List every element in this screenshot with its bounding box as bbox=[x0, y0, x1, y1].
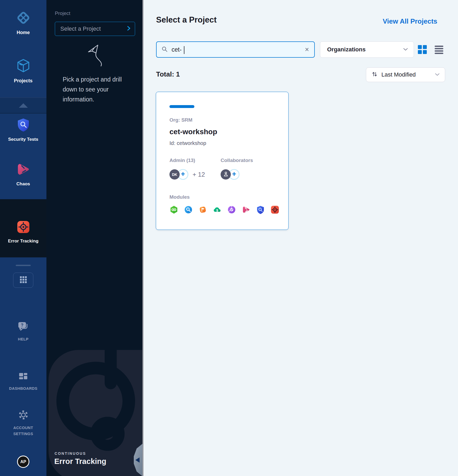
error-tracking-target-icon bbox=[270, 205, 279, 214]
sidebar-item-account-settings[interactable]: ACCOUNT SETTINGS bbox=[0, 409, 46, 437]
project-panel-hint: Pick a project and drill down to see you… bbox=[63, 74, 128, 104]
sort-arrows-icon bbox=[371, 71, 378, 78]
svg-text:$: $ bbox=[216, 208, 218, 212]
sidebar-item-label: Chaos bbox=[17, 181, 30, 187]
search-input[interactable] bbox=[172, 46, 304, 53]
user-avatar[interactable]: AP bbox=[17, 456, 29, 468]
sort-value: Last Modified bbox=[381, 71, 435, 78]
sidebar-scroll-up-button[interactable] bbox=[0, 98, 46, 113]
project-selector-dropdown[interactable]: Select a Project bbox=[55, 22, 135, 36]
cloud-cost-dollar-icon: $ bbox=[213, 205, 222, 214]
feature-flags-flag-icon bbox=[198, 205, 207, 214]
grid-view-icon bbox=[418, 45, 422, 49]
sidebar-item-chaos[interactable]: Chaos bbox=[0, 162, 46, 187]
grid-view-toggle[interactable] bbox=[418, 45, 428, 55]
hand-drawn-plane-arrow-icon bbox=[85, 42, 106, 68]
organizations-filter-value: Organizations bbox=[327, 46, 366, 53]
grid-9-dots-icon bbox=[19, 276, 27, 285]
sidebar-item-label: DASHBOARDS bbox=[8, 386, 39, 392]
close-icon[interactable]: × bbox=[304, 46, 310, 53]
svg-text:?: ? bbox=[21, 323, 23, 327]
chevron-right-icon bbox=[127, 26, 131, 32]
governance-purple-check-icon bbox=[227, 205, 236, 214]
module-chips-row: $ bbox=[169, 205, 279, 214]
organizations-filter-dropdown[interactable]: Organizations bbox=[320, 41, 414, 58]
help-chat-bubble-icon: ? bbox=[17, 321, 30, 333]
sidebar-divider bbox=[16, 265, 31, 266]
modules-label: Modules bbox=[169, 194, 190, 200]
project-panel-label: Project bbox=[55, 10, 70, 16]
shield-magnifier-icon bbox=[16, 117, 30, 133]
collapse-panel-button[interactable] bbox=[132, 444, 142, 476]
sidebar-item-label: Projects bbox=[14, 78, 33, 84]
project-search-box: × bbox=[156, 41, 315, 58]
srm-circle-magnifier-icon bbox=[184, 205, 193, 214]
error-tracking-target-icon bbox=[17, 220, 30, 235]
admin-label: Admin (13) bbox=[169, 158, 195, 163]
user-avatar-initials: AP bbox=[20, 459, 26, 464]
sidebar-item-label: Error Tracking bbox=[8, 239, 38, 244]
cube-icon bbox=[16, 58, 31, 74]
sidebar-item-error-tracking[interactable]: Error Tracking bbox=[0, 199, 46, 257]
person-icon bbox=[223, 171, 229, 178]
card-project-id: Id: cetworkshop bbox=[169, 140, 206, 146]
panel-divider bbox=[142, 0, 143, 476]
chaos-triangle-icon bbox=[16, 162, 31, 178]
sidebar-item-label: Security Tests bbox=[8, 137, 38, 142]
sidebar-item-projects[interactable]: Projects bbox=[0, 58, 46, 84]
chevron-down-icon bbox=[403, 47, 408, 52]
project-card[interactable]: Org: SRM cet-workshop Id: cetworkshop Ad… bbox=[156, 92, 289, 230]
view-all-projects-link[interactable]: View All Projects bbox=[383, 17, 437, 25]
sidebar-item-label: Home bbox=[17, 30, 30, 35]
admin-overflow-count: + 12 bbox=[193, 171, 205, 178]
admin-avatars-row: DK + + 12 bbox=[169, 169, 205, 180]
sidebar-item-help[interactable]: ? HELP bbox=[0, 321, 46, 342]
module-title: Error Tracking bbox=[54, 457, 106, 466]
page-title: Select a Project bbox=[156, 15, 217, 25]
text-cursor bbox=[184, 46, 184, 54]
error-tracking-watermark bbox=[46, 0, 142, 476]
total-count: Total: 1 bbox=[156, 70, 180, 78]
collaborator-avatar bbox=[221, 169, 231, 180]
sort-dropdown[interactable]: Last Modified bbox=[366, 67, 445, 82]
home-diamond-icon bbox=[16, 10, 31, 26]
project-selector-value: Select a Project bbox=[60, 25, 101, 32]
sidebar-item-security-tests[interactable]: Security Tests bbox=[0, 117, 46, 142]
gear-icon bbox=[17, 409, 29, 422]
list-view-icon bbox=[435, 46, 443, 47]
main-content: Select a Project View All Projects × Org… bbox=[143, 0, 458, 476]
sidebar-item-home[interactable]: Home bbox=[0, 10, 46, 35]
card-accent-bar bbox=[169, 105, 194, 108]
list-view-toggle[interactable] bbox=[435, 45, 445, 55]
module-picker-button[interactable] bbox=[13, 273, 33, 288]
chevron-up-icon bbox=[19, 103, 28, 108]
collaborators-label: Collaborators bbox=[221, 158, 253, 163]
dashboards-tiles-icon bbox=[18, 372, 29, 383]
sidebar: Home Projects bbox=[0, 0, 46, 476]
module-eyebrow: CONTINUOUS bbox=[55, 451, 86, 456]
chevron-down-icon bbox=[435, 72, 440, 77]
sidebar-item-label: ACCOUNT SETTINGS bbox=[8, 425, 39, 437]
ci-hexagon-infinity-icon bbox=[169, 205, 178, 214]
collaborator-avatars-row: + bbox=[221, 169, 239, 180]
security-shield-icon bbox=[256, 205, 265, 214]
project-panel: Project Select a Project Pick a project … bbox=[46, 0, 142, 476]
admin-avatar: DK bbox=[169, 169, 180, 180]
card-org: Org: SRM bbox=[169, 117, 193, 123]
sidebar-item-label: HELP bbox=[8, 336, 39, 342]
app-window: Home Projects bbox=[0, 0, 458, 476]
search-icon bbox=[161, 46, 168, 53]
chaos-triangle-icon bbox=[242, 205, 251, 214]
sidebar-item-dashboards[interactable]: DASHBOARDS bbox=[0, 372, 46, 392]
card-project-name: cet-workshop bbox=[169, 128, 217, 136]
